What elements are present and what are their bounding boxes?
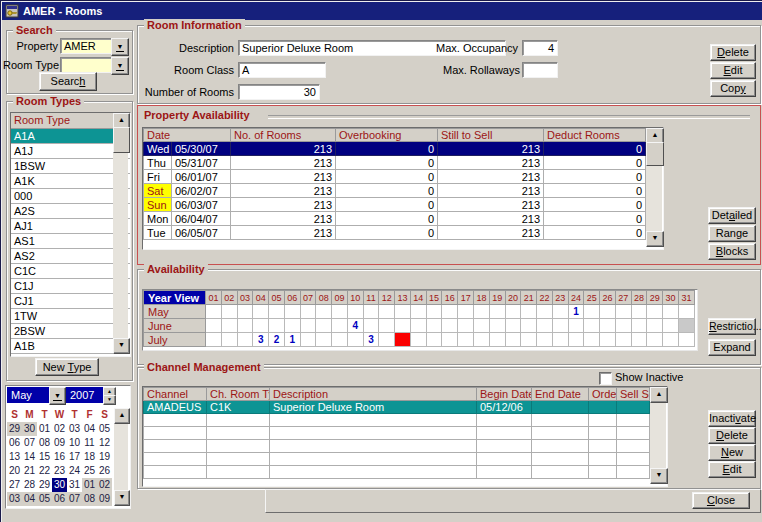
year-view-cell[interactable] [615,305,631,319]
value-cell[interactable]: 0 [336,170,438,184]
year-view-cell[interactable] [537,319,553,333]
year-view-cell[interactable] [505,319,521,333]
value-cell[interactable]: 0 [544,142,646,156]
year-view-cell[interactable] [284,305,300,319]
year-view-cell[interactable] [237,319,253,333]
max-occupancy-field[interactable]: 4 [522,40,558,56]
day-cell[interactable]: Fri [144,170,172,184]
year-view-cell[interactable] [410,319,426,333]
value-cell[interactable]: 0 [336,184,438,198]
year-view-cell[interactable] [206,305,222,319]
room-class-field[interactable]: A [238,62,326,78]
date-cell[interactable]: 06/05/07 [172,226,231,240]
scroll-down-icon[interactable]: ▼ [650,468,668,484]
empty-row[interactable] [144,466,650,479]
availability-row[interactable]: Fri06/01/0721302130 [144,170,646,184]
blocks-button[interactable]: Blocks [708,243,756,260]
room-types-scrollbar[interactable]: ▲ ▼ [113,113,128,354]
year-view-cell[interactable] [489,333,505,347]
number-of-rooms-field[interactable]: 30 [238,84,320,100]
date-cell[interactable]: 06/02/07 [172,184,231,198]
value-cell[interactable] [589,401,617,414]
calendar-scrollbar[interactable]: ▲ ▼ [114,408,128,506]
calendar-day[interactable]: 08 [82,492,97,506]
year-view-cell[interactable] [363,305,379,319]
calendar-day[interactable]: 17 [67,450,82,464]
edit-button[interactable]: Edit [710,62,756,79]
calendar-day[interactable]: 30 [52,478,67,492]
year-view-cell[interactable] [379,319,395,333]
inactivate-button[interactable]: Inactivate [708,410,756,427]
year-view-cell[interactable] [505,333,521,347]
value-cell[interactable]: 0 [336,198,438,212]
year-view-cell[interactable] [269,305,285,319]
year-view-cell[interactable] [615,333,631,347]
close-button[interactable]: Close [692,492,750,509]
calendar-day[interactable]: 01 [82,478,97,492]
calendar-day[interactable]: 12 [97,436,112,450]
year-view-cell[interactable] [489,305,505,319]
year-view-cell[interactable]: 3 [253,333,269,347]
year-view-cell[interactable] [552,305,568,319]
year-view-cell[interactable] [300,333,316,347]
value-cell[interactable]: 0 [336,142,438,156]
year-view-cell[interactable] [552,333,568,347]
value-cell[interactable]: 05/12/06 [477,401,532,414]
year-view-cell[interactable] [584,333,600,347]
year-view-cell[interactable] [316,333,332,347]
year-view-cell[interactable] [521,333,537,347]
value-cell[interactable] [617,401,650,414]
year-view-cell[interactable] [395,305,411,319]
value-cell[interactable]: 213 [231,184,336,198]
year-view-cell[interactable] [631,305,647,319]
titlebar[interactable]: AMER - Rooms [2,2,762,20]
delete-button[interactable]: Delete [710,44,756,61]
max-rollaways-field[interactable] [522,62,558,78]
availability-row[interactable]: Thu05/31/0721302130 [144,156,646,170]
value-cell[interactable]: 0 [544,170,646,184]
calendar-day[interactable]: 04 [22,492,37,506]
calendar-day[interactable]: 03 [67,422,82,436]
year-view-cell[interactable] [347,333,363,347]
year-view-cell[interactable] [631,333,647,347]
year-view-cell[interactable] [347,305,363,319]
year-view-cell[interactable] [426,333,442,347]
calendar-year-field[interactable]: 2007 [66,387,106,403]
year-view-cell[interactable] [237,305,253,319]
value-cell[interactable]: 0 [336,156,438,170]
year-view-cell[interactable] [379,305,395,319]
calendar-day[interactable]: 05 [97,422,112,436]
year-view-cell[interactable] [663,319,679,333]
calendar-day[interactable]: 18 [82,450,97,464]
value-cell[interactable]: AMADEUS [144,401,207,414]
day-cell[interactable]: Thu [144,156,172,170]
year-view-cell[interactable] [410,305,426,319]
restrictions-button[interactable]: Restrictio... [708,318,756,335]
year-view-cell[interactable] [426,319,442,333]
year-view-cell[interactable] [678,305,694,319]
year-view-cell[interactable] [442,305,458,319]
year-view-cell[interactable] [253,305,269,319]
availability-row[interactable]: Tue06/05/0721302130 [144,226,646,240]
calendar-day[interactable]: 20 [7,464,22,478]
calendar-day[interactable]: 30 [22,422,37,436]
calendar-day[interactable]: 25 [82,464,97,478]
delete-channel-button[interactable]: Delete [708,427,756,444]
year-view-cell[interactable] [663,305,679,319]
year-view-cell[interactable] [426,305,442,319]
calendar-day[interactable]: 29 [7,422,22,436]
year-view-cell[interactable] [300,305,316,319]
channel-row[interactable]: AMADEUSC1KSuperior Deluxe Room05/12/06 [144,401,650,414]
date-cell[interactable]: 05/31/07 [172,156,231,170]
show-inactive-checkbox[interactable] [599,372,612,385]
value-cell[interactable]: 0 [544,198,646,212]
value-cell[interactable]: 213 [231,156,336,170]
calendar-day[interactable]: 23 [52,464,67,478]
calendar-day[interactable]: 31 [67,478,82,492]
year-view-cell[interactable] [316,319,332,333]
year-view-cell[interactable] [221,305,237,319]
year-view-cell[interactable] [663,333,679,347]
year-view-cell[interactable] [206,333,222,347]
calendar-day[interactable]: 07 [22,436,37,450]
availability-row[interactable]: Mon06/04/0721302130 [144,212,646,226]
